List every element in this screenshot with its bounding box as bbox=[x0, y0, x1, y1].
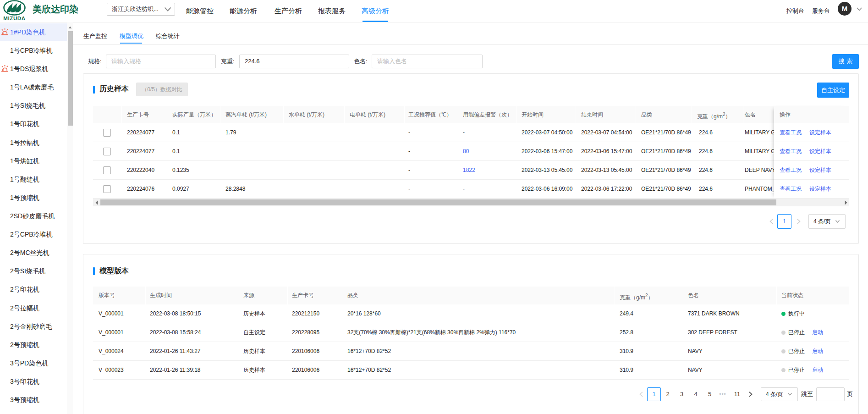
svg-text:MIZUDA: MIZUDA bbox=[3, 16, 25, 21]
